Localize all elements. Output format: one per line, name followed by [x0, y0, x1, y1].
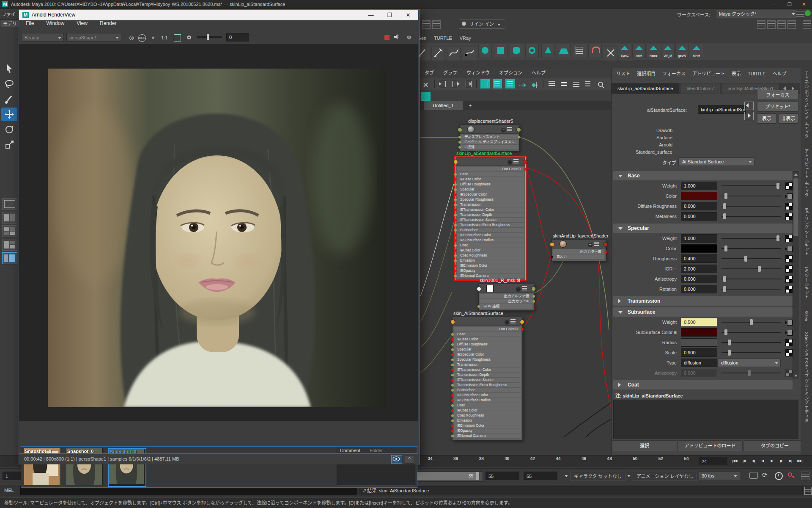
node-attribute-row[interactable]: Transmission Depth	[457, 213, 524, 217]
attribute-slider[interactable]	[721, 286, 781, 292]
playback-options-icon[interactable]	[801, 472, 809, 480]
port-icon[interactable]	[603, 242, 608, 247]
list-icon[interactable]	[594, 241, 599, 246]
node-attribute-row[interactable]: Coat Roughness	[457, 253, 524, 258]
node-attribute-row[interactable]: ⊞Normal Camera	[454, 433, 521, 438]
texture-map-button[interactable]	[785, 265, 793, 273]
node-attribute-row[interactable]: ⊞Transmission Scatter	[454, 378, 521, 382]
full-view-icon[interactable]	[572, 79, 581, 88]
sign-in-menu[interactable]: サイン イン	[459, 19, 505, 29]
texture-map-button[interactable]	[785, 235, 793, 242]
attribute-slider[interactable]	[721, 183, 781, 189]
camera-settings-icon[interactable]: ✿	[185, 33, 193, 42]
attribute-value-field[interactable]: 0.900	[681, 348, 717, 357]
character-set-menu[interactable]: キャラクタ セットなし	[570, 472, 625, 481]
node-attribute-row[interactable]: Specular Roughness	[457, 197, 524, 202]
connection-out-icon[interactable]	[744, 112, 754, 120]
script-editor-icon[interactable]	[804, 487, 812, 495]
chevron-down-icon[interactable]	[565, 475, 568, 477]
node-attribute-row[interactable]: ⊞Subsurface Color	[457, 233, 524, 237]
arnold-titlebar[interactable]: M Arnold RenderView — ❐ ✕	[19, 10, 418, 20]
cut-icon[interactable]	[604, 47, 617, 61]
aov-dropdown[interactable]: Beauty	[22, 33, 64, 41]
poly-cylinder-icon[interactable]	[510, 44, 523, 58]
layout-three-pane-button[interactable]	[2, 239, 17, 251]
shelf-tab[interactable]: TURTLE	[434, 36, 452, 41]
status-line-icon[interactable]	[432, 20, 441, 29]
node-attribute-row[interactable]: ⊞Transmission Color	[457, 207, 524, 212]
panel-tab[interactable]: モデリング ツールキット	[803, 208, 809, 256]
panel-tab[interactable]: アトリビュート エディタ	[803, 149, 809, 197]
minimize-button[interactable]: —	[362, 10, 379, 20]
attribute-value-field[interactable]: 0.500	[681, 318, 717, 326]
node-attribute-row[interactable]: Diffuse Roughness	[454, 342, 521, 347]
node-attribute-row[interactable]: Coat	[457, 243, 524, 248]
poly-plane-icon[interactable]	[557, 44, 571, 58]
node-attribute-row[interactable]: ⊞Opacity	[454, 428, 521, 433]
poly-torus-icon[interactable]	[525, 44, 539, 58]
custom-view-icon[interactable]	[584, 79, 593, 88]
attribute-editor-menu-item[interactable]: リスト	[616, 71, 630, 76]
marker-icon[interactable]	[431, 47, 445, 61]
arnold-menu-view[interactable]: View	[77, 20, 88, 26]
camera-dropdown[interactable]: perspShape1	[66, 33, 121, 41]
status-line-icon[interactable]	[787, 20, 796, 29]
color-swatch[interactable]	[681, 192, 717, 200]
section-header-coat[interactable]: Coat	[613, 380, 793, 389]
attribute-slider[interactable]	[721, 350, 781, 356]
texture-map-button[interactable]	[785, 349, 793, 356]
texture-map-button[interactable]	[785, 286, 793, 293]
scrollbar-thumb[interactable]	[793, 178, 798, 236]
texture-map-button[interactable]	[785, 255, 793, 262]
magnet-icon[interactable]	[588, 44, 602, 58]
node-attribute-row[interactable]: ⊞ベクトル ディスプレイスメント	[461, 140, 518, 144]
gear-icon[interactable]: ⚙	[405, 33, 413, 42]
node-attribute-row[interactable]: Emission	[457, 258, 524, 263]
attribute-slider[interactable]	[721, 246, 781, 251]
panel-tab[interactable]: XGen	[804, 310, 809, 321]
close-icon[interactable]	[421, 80, 431, 90]
list-icon[interactable]	[522, 286, 527, 290]
node-editor-menu-item[interactable]: ヘルプ	[532, 70, 546, 75]
node-attribute-row[interactable]: ⊞Specular Color	[457, 192, 524, 197]
list-icon[interactable]	[510, 319, 516, 323]
node-attribute-row[interactable]: Transmission Depth	[454, 373, 521, 377]
transport-button[interactable]: ▶▶|	[795, 457, 804, 465]
port-icon[interactable]	[523, 160, 527, 164]
copy-tab-button[interactable]: タブのコピー	[743, 440, 807, 451]
playback-end-field[interactable]: 55	[524, 472, 557, 480]
collapse-icon[interactable]	[588, 243, 593, 247]
node-attribute-row[interactable]: ⊞Subsurface Radius	[454, 398, 521, 403]
attribute-value-field[interactable]: 1.000	[681, 182, 717, 190]
port-icon[interactable]	[477, 287, 481, 291]
collapse-panel-button[interactable]: ^	[405, 455, 414, 464]
select-button[interactable]: 選択	[612, 440, 677, 451]
user-badge-icon[interactable]	[805, 10, 811, 16]
node-graph[interactable]: displacementShader5 ディスプレイスメント⊞ベクトル ディスプ…	[420, 110, 612, 454]
list-icon[interactable]	[507, 127, 512, 131]
poly-sphere-icon[interactable]	[478, 44, 492, 58]
transport-button[interactable]: |◀◀	[730, 457, 739, 465]
node-attribute-row[interactable]: ⊞UV 座標	[480, 304, 532, 309]
show-inputs-outputs-icon[interactable]	[451, 79, 460, 88]
arnold-renderview-window[interactable]: M Arnold RenderView — ❐ ✕ File Window Vi…	[19, 9, 420, 465]
status-line-icon[interactable]	[767, 20, 776, 29]
add-nodes-icon[interactable]: +	[493, 79, 502, 88]
snap-grid-icon[interactable]	[573, 44, 586, 58]
attribute-editor-menu-item[interactable]: 表示	[732, 71, 741, 76]
attribute-value-field[interactable]: 0.000	[681, 202, 717, 210]
attribute-slider[interactable]	[721, 329, 781, 335]
attribute-value-field[interactable]: 1.000	[681, 234, 717, 243]
arnold-menu-file[interactable]: File	[26, 20, 34, 26]
texture-map-button[interactable]	[785, 276, 793, 283]
attribute-value-field[interactable]: diffusion	[681, 359, 717, 367]
texture-map-button[interactable]	[785, 182, 793, 190]
scroll-up-icon[interactable]	[794, 173, 798, 176]
layout-four-pane-button[interactable]	[2, 225, 17, 237]
attribute-editor-menu-item[interactable]: TURTLE	[748, 71, 766, 76]
port-icon[interactable]	[516, 127, 521, 132]
node-attribute-row[interactable]: Diffuse Roughness	[457, 182, 524, 187]
range-handle-right[interactable]	[476, 472, 479, 480]
load-attributes-button[interactable]: アトリビュートのロード	[678, 440, 743, 451]
status-line-icon[interactable]	[803, 20, 811, 29]
